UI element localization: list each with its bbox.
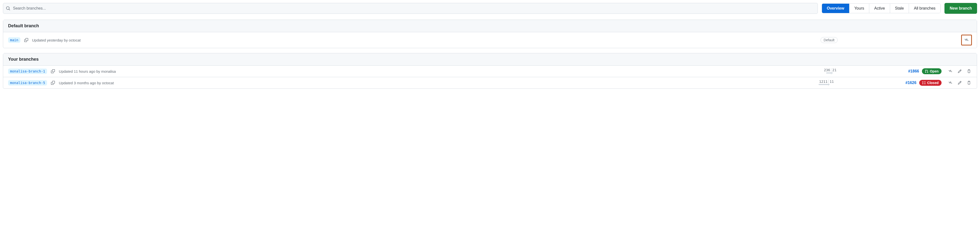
activity-icon[interactable]	[961, 35, 972, 45]
behind-count: 1211	[816, 80, 828, 84]
pencil-icon[interactable]	[957, 80, 963, 86]
ahead-behind-indicator: 1211 11	[814, 80, 843, 86]
pencil-icon[interactable]	[957, 68, 963, 74]
section-title-default: Default branch	[3, 20, 977, 32]
ahead-count: 21	[831, 68, 843, 72]
copy-icon[interactable]	[50, 80, 56, 86]
default-badge: Default	[821, 37, 838, 43]
branch-updated-text: Updated 3 months ago by octocat	[59, 81, 114, 85]
view-tabs: Overview Yours Active Stale All branches	[822, 3, 941, 13]
pr-state-badge: Open	[922, 68, 942, 74]
copy-icon[interactable]	[23, 37, 29, 43]
branch-name[interactable]: main	[8, 37, 20, 43]
trash-icon[interactable]	[966, 80, 972, 86]
tab-overview[interactable]: Overview	[822, 4, 850, 13]
branch-name[interactable]: monalisa-branch-1	[8, 69, 47, 74]
pr-link[interactable]: #1866	[908, 69, 919, 74]
section-title-yours: Your branches	[3, 53, 977, 66]
branch-row-default: main Updated yesterday by octocat Defaul…	[3, 32, 977, 48]
git-pull-request-icon	[925, 69, 928, 73]
trash-icon[interactable]	[966, 68, 972, 74]
copy-icon[interactable]	[50, 68, 56, 74]
search-icon	[6, 6, 10, 11]
pr-state-label: Open	[930, 69, 939, 73]
your-branches-section: Your branches monalisa-branch-1 Updated …	[3, 53, 977, 89]
tab-active[interactable]: Active	[869, 4, 890, 13]
branch-row: monalisa-branch-1 Updated 11 hours ago b…	[3, 66, 977, 77]
branch-updated-text: Updated 11 hours ago by monalisa	[59, 69, 116, 74]
pr-state-badge: Closed	[919, 80, 942, 86]
tab-yours[interactable]: Yours	[850, 4, 869, 13]
pr-state-label: Closed	[927, 81, 939, 85]
ahead-behind-indicator: 236 21	[816, 68, 846, 74]
pr-link[interactable]: #1626	[905, 80, 916, 85]
ahead-count: 11	[829, 80, 841, 84]
new-branch-button[interactable]: New branch	[945, 3, 977, 14]
branch-row: monalisa-branch-5 Updated 3 months ago b…	[3, 77, 977, 88]
tab-all-branches[interactable]: All branches	[909, 4, 940, 13]
default-branch-section: Default branch main Updated yesterday by…	[3, 20, 977, 48]
branch-updated-text: Updated yesterday by octocat	[32, 38, 81, 42]
search-input[interactable]	[3, 3, 818, 14]
tab-stale[interactable]: Stale	[890, 4, 909, 13]
behind-count: 236	[819, 68, 831, 72]
git-pull-request-closed-icon	[922, 81, 926, 85]
branch-name[interactable]: monalisa-branch-5	[8, 80, 47, 85]
activity-icon[interactable]	[947, 68, 953, 74]
activity-icon[interactable]	[947, 80, 953, 86]
